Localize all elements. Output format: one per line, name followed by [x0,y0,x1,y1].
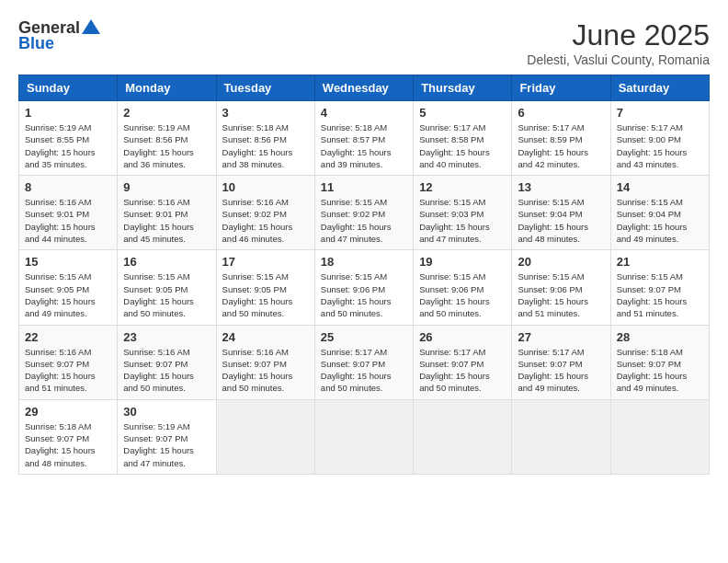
sunrise-text: Sunrise: 5:16 AM [222,346,309,358]
daylight-text: Daylight: 15 hours and 49 minutes. [518,370,604,395]
day-number: 4 [321,106,407,120]
day-number: 12 [419,180,506,194]
sunset-text: Sunset: 9:05 PM [123,283,210,295]
sunset-text: Sunset: 9:06 PM [518,283,604,295]
calendar-day-14: 14 Sunrise: 5:15 AM Sunset: 9:04 PM Dayl… [610,176,709,250]
day-info: Sunrise: 5:17 AM Sunset: 8:58 PM Dayligh… [419,121,506,170]
day-info: Sunrise: 5:16 AM Sunset: 9:01 PM Dayligh… [123,196,210,245]
daylight-text: Daylight: 15 hours and 50 minutes. [321,295,407,320]
daylight-text: Daylight: 15 hours and 38 minutes. [222,146,309,171]
day-number: 20 [518,255,604,269]
calendar-day-20: 20 Sunrise: 5:15 AM Sunset: 9:06 PM Dayl… [512,250,610,325]
sunset-text: Sunset: 9:07 PM [25,358,111,370]
calendar-day-17: 17 Sunrise: 5:15 AM Sunset: 9:05 PM Dayl… [216,250,314,325]
sunset-text: Sunset: 8:56 PM [123,133,210,145]
sunset-text: Sunset: 9:07 PM [419,358,506,370]
day-number: 9 [123,180,210,194]
sunrise-text: Sunrise: 5:17 AM [518,121,604,133]
sunset-text: Sunset: 8:58 PM [419,133,506,145]
daylight-text: Daylight: 15 hours and 46 minutes. [222,221,309,246]
day-number: 3 [222,106,309,120]
sunrise-text: Sunrise: 5:15 AM [518,270,604,282]
daylight-text: Daylight: 15 hours and 50 minutes. [123,370,210,395]
column-header-friday: Friday [512,75,610,101]
calendar-day-24: 24 Sunrise: 5:16 AM Sunset: 9:07 PM Dayl… [216,325,314,399]
calendar-day-5: 5 Sunrise: 5:17 AM Sunset: 8:58 PM Dayli… [414,101,512,176]
column-header-monday: Monday [118,75,216,101]
column-header-wednesday: Wednesday [314,75,413,101]
daylight-text: Daylight: 15 hours and 45 minutes. [123,221,210,246]
day-info: Sunrise: 5:17 AM Sunset: 8:59 PM Dayligh… [518,121,604,170]
title-block: June 2025 Delesti, Vaslui County, Romani… [527,18,710,67]
calendar-day-12: 12 Sunrise: 5:15 AM Sunset: 9:03 PM Dayl… [414,176,512,250]
sunrise-text: Sunrise: 5:15 AM [321,196,407,208]
day-number: 29 [25,405,111,419]
sunset-text: Sunset: 9:07 PM [617,358,703,370]
calendar-day-21: 21 Sunrise: 5:15 AM Sunset: 9:07 PM Dayl… [610,250,709,325]
sunrise-text: Sunrise: 5:18 AM [222,121,309,133]
day-info: Sunrise: 5:17 AM Sunset: 9:00 PM Dayligh… [617,121,703,170]
sunrise-text: Sunrise: 5:19 AM [123,420,210,432]
sunset-text: Sunset: 9:00 PM [617,133,703,145]
sunrise-text: Sunrise: 5:16 AM [25,196,111,208]
sunrise-text: Sunrise: 5:17 AM [321,346,407,358]
daylight-text: Daylight: 15 hours and 48 minutes. [25,444,111,469]
calendar-day-27: 27 Sunrise: 5:17 AM Sunset: 9:07 PM Dayl… [512,325,610,399]
daylight-text: Daylight: 15 hours and 50 minutes. [419,295,506,320]
sunrise-text: Sunrise: 5:16 AM [222,196,309,208]
calendar-day-30: 30 Sunrise: 5:19 AM Sunset: 9:07 PM Dayl… [118,399,216,474]
calendar-day-22: 22 Sunrise: 5:16 AM Sunset: 9:07 PM Dayl… [19,325,118,399]
sunset-text: Sunset: 8:59 PM [518,133,604,145]
day-number: 28 [617,330,703,344]
calendar-day-10: 10 Sunrise: 5:16 AM Sunset: 9:02 PM Dayl… [216,176,314,250]
sunset-text: Sunset: 9:07 PM [123,432,210,444]
day-number: 16 [123,255,210,269]
column-header-thursday: Thursday [414,75,512,101]
day-info: Sunrise: 5:19 AM Sunset: 9:07 PM Dayligh… [123,420,210,469]
calendar-day-2: 2 Sunrise: 5:19 AM Sunset: 8:56 PM Dayli… [118,101,216,176]
sunset-text: Sunset: 9:01 PM [25,208,111,220]
day-info: Sunrise: 5:16 AM Sunset: 9:02 PM Dayligh… [222,196,309,245]
logo-icon [82,19,100,34]
calendar-day-11: 11 Sunrise: 5:15 AM Sunset: 9:02 PM Dayl… [314,176,413,250]
column-header-sunday: Sunday [19,75,118,101]
day-number: 27 [518,330,604,344]
calendar-day-23: 23 Sunrise: 5:16 AM Sunset: 9:07 PM Dayl… [118,325,216,399]
daylight-text: Daylight: 15 hours and 35 minutes. [25,146,111,171]
sunrise-text: Sunrise: 5:17 AM [419,121,506,133]
sunrise-text: Sunrise: 5:15 AM [321,270,407,282]
sunrise-text: Sunrise: 5:18 AM [321,121,407,133]
day-number: 25 [321,330,407,344]
daylight-text: Daylight: 15 hours and 50 minutes. [222,370,309,395]
daylight-text: Daylight: 15 hours and 50 minutes. [123,295,210,320]
day-number: 10 [222,180,309,194]
day-info: Sunrise: 5:15 AM Sunset: 9:05 PM Dayligh… [25,270,111,319]
daylight-text: Daylight: 15 hours and 47 minutes. [419,221,506,246]
daylight-text: Daylight: 15 hours and 42 minutes. [518,146,604,171]
day-info: Sunrise: 5:16 AM Sunset: 9:07 PM Dayligh… [123,346,210,395]
daylight-text: Daylight: 15 hours and 36 minutes. [123,146,210,171]
day-info: Sunrise: 5:15 AM Sunset: 9:06 PM Dayligh… [518,270,604,319]
sunrise-text: Sunrise: 5:15 AM [617,196,703,208]
calendar-day-16: 16 Sunrise: 5:15 AM Sunset: 9:05 PM Dayl… [118,250,216,325]
logo: General Blue [18,18,100,53]
calendar-day-6: 6 Sunrise: 5:17 AM Sunset: 8:59 PM Dayli… [512,101,610,176]
day-info: Sunrise: 5:18 AM Sunset: 8:56 PM Dayligh… [222,121,309,170]
calendar-day-19: 19 Sunrise: 5:15 AM Sunset: 9:06 PM Dayl… [414,250,512,325]
day-number: 7 [617,106,703,120]
calendar-day-9: 9 Sunrise: 5:16 AM Sunset: 9:01 PM Dayli… [118,176,216,250]
column-header-tuesday: Tuesday [216,75,314,101]
sunrise-text: Sunrise: 5:16 AM [123,196,210,208]
sunset-text: Sunset: 9:02 PM [321,208,407,220]
sunset-text: Sunset: 9:01 PM [123,208,210,220]
day-info: Sunrise: 5:18 AM Sunset: 8:57 PM Dayligh… [321,121,407,170]
daylight-text: Daylight: 15 hours and 47 minutes. [123,444,210,469]
sunset-text: Sunset: 9:04 PM [617,208,703,220]
calendar-day-13: 13 Sunrise: 5:15 AM Sunset: 9:04 PM Dayl… [512,176,610,250]
sunset-text: Sunset: 9:05 PM [25,283,111,295]
day-info: Sunrise: 5:15 AM Sunset: 9:03 PM Dayligh… [419,196,506,245]
calendar-week-5: 29 Sunrise: 5:18 AM Sunset: 9:07 PM Dayl… [19,399,710,474]
daylight-text: Daylight: 15 hours and 49 minutes. [25,295,111,320]
day-number: 30 [123,405,210,419]
daylight-text: Daylight: 15 hours and 49 minutes. [617,370,703,395]
